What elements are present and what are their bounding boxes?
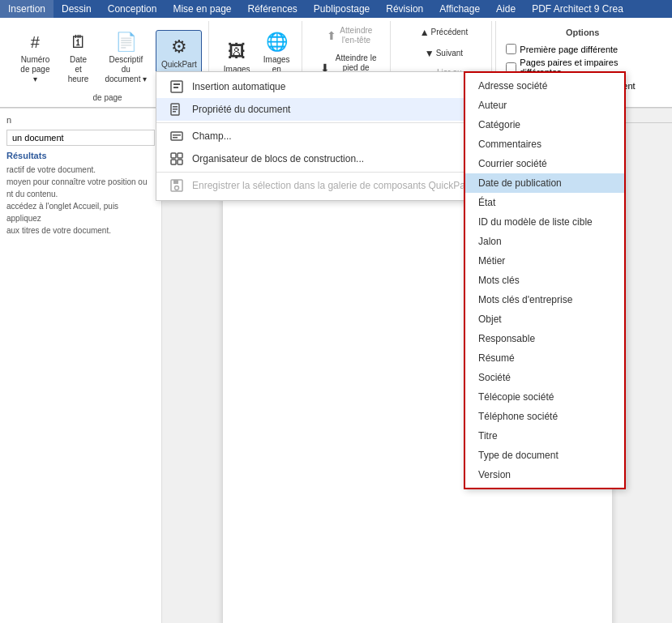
options-title: Options [506, 28, 659, 37]
descriptif-icon: 📄 [113, 29, 139, 55]
svg-rect-7 [171, 132, 182, 140]
precedent-icon: ▲ [418, 26, 431, 39]
svg-rect-5 [173, 109, 178, 110]
svg-rect-9 [173, 137, 178, 139]
ribbon-tabs: Insertion Dessin Conception Mise en page… [0, 0, 672, 18]
premiere-page-checkbox[interactable] [506, 44, 516, 54]
champ-icon [169, 129, 184, 143]
submenu-item-courrier[interactable]: Courrier société [465, 154, 624, 173]
submenu-item-societe[interactable]: Société [465, 368, 624, 387]
submenu-item-version[interactable]: Version [465, 465, 624, 484]
precedent-button[interactable]: ▲ Précédent [413, 23, 473, 42]
nav-text-2: moyen pour connaître votre position ou [6, 176, 155, 188]
descriptif-label: Descriptif dudocument ▾ [104, 55, 148, 84]
svg-rect-8 [173, 134, 181, 136]
date-heure-button[interactable]: 🗓 Date etheure [61, 26, 96, 87]
svg-rect-6 [173, 111, 176, 113]
submenu-item-telephone[interactable]: Téléphone société [465, 407, 624, 426]
descriptif-button[interactable]: 📄 Descriptif dudocument ▾ [99, 26, 152, 87]
menu-item-enregistrer: Enregistrer la sélection dans la galerie… [156, 174, 492, 197]
tab-mise-en-page[interactable]: Mise en page [165, 0, 239, 18]
submenu-item-objet[interactable]: Objet [465, 309, 624, 329]
svg-rect-1 [173, 83, 180, 85]
atteindre-entete-button[interactable]: ⬆ Atteindrel'en-tête [319, 23, 377, 49]
results-label: Résultats [6, 151, 155, 160]
organisateur-left: Organisateur de blocs de construction... [169, 151, 364, 166]
premiere-page-option[interactable]: Première page différente [506, 44, 659, 54]
champ-left: Champ... [169, 129, 232, 143]
organisateur-label: Organisateur de blocs de construction... [192, 153, 364, 164]
images-en-ligne-icon: 🌐 [263, 29, 289, 55]
tab-publipostage[interactable]: Publipostage [306, 0, 378, 18]
submenu-item-type-document[interactable]: Type de document [465, 446, 624, 465]
nav-pane-title: n [6, 115, 155, 125]
svg-rect-13 [178, 160, 182, 164]
menu-item-propriete[interactable]: Propriété du document ▶ [156, 98, 492, 121]
submenu-item-jalon[interactable]: Jalon [465, 232, 624, 251]
propriete-submenu: Adresse société Auteur Catégorie Comment… [464, 71, 626, 489]
svg-rect-4 [173, 106, 178, 108]
champ-label: Champ... [192, 130, 232, 142]
submenu-item-categorie[interactable]: Catégorie [465, 115, 624, 134]
submenu-item-mots-cles-entreprise[interactable]: Mots clés d'entreprise [465, 290, 624, 309]
menu-item-organisateur[interactable]: Organisateur de blocs de construction... [156, 147, 492, 170]
menu-item-insertion-auto[interactable]: Insertion automatique ▶ [156, 75, 492, 98]
precedent-label: Précédent [431, 28, 469, 37]
svg-rect-2 [173, 87, 178, 88]
propriete-left: Propriété du document [169, 102, 290, 117]
svg-rect-10 [171, 153, 176, 158]
premiere-page-label: Première page différente [520, 45, 618, 54]
nav-text-1: ractif de votre document. [6, 164, 155, 176]
menu-item-champ[interactable]: Champ... [156, 125, 492, 147]
tab-revision[interactable]: Révision [378, 0, 431, 18]
propriete-label: Propriété du document [192, 104, 290, 115]
menu-divider-2 [156, 172, 492, 173]
suivant-button[interactable]: ▼ Suivant [418, 44, 468, 63]
svg-rect-15 [173, 180, 178, 184]
tab-references[interactable]: Références [239, 0, 305, 18]
tab-conception[interactable]: Conception [100, 0, 165, 18]
numero-page-label: Numérode page ▾ [18, 55, 53, 84]
suivant-label: Suivant [436, 49, 463, 58]
images-icon: 🖼 [224, 39, 250, 65]
numero-page-button[interactable]: # Numérode page ▾ [13, 26, 58, 87]
enregistrer-label: Enregistrer la sélection dans la galerie… [192, 180, 479, 191]
pages-group-label: de page [93, 93, 122, 102]
precedent-nav-icon: ⬆ [323, 28, 340, 44]
submenu-item-id-modele[interactable]: ID du modèle de liste cible [465, 212, 624, 232]
submenu-item-mots-cles[interactable]: Mots clés [465, 271, 624, 290]
submenu-item-telecopie[interactable]: Télécopie société [465, 387, 624, 407]
svg-rect-11 [178, 153, 182, 158]
insertion-auto-label: Insertion automatique [192, 81, 285, 92]
submenu-item-metier[interactable]: Métier [465, 251, 624, 271]
submenu-item-date-publication[interactable]: Date de publication [465, 173, 624, 193]
submenu-item-etat[interactable]: État [465, 193, 624, 212]
atteindre-entete-label: Atteindrel'en-tête [340, 26, 372, 45]
submenu-item-resume[interactable]: Résumé [465, 348, 624, 368]
submenu-item-auteur[interactable]: Auteur [465, 96, 624, 115]
insertion-auto-icon [169, 79, 184, 94]
submenu-item-adresse[interactable]: Adresse société [465, 76, 624, 96]
tab-affichage[interactable]: Affichage [431, 0, 488, 18]
tab-dessin[interactable]: Dessin [54, 0, 100, 18]
svg-point-16 [175, 186, 179, 190]
numero-page-icon: # [22, 29, 48, 55]
nav-text-5: aux titres de votre document. [6, 224, 155, 237]
quickpart-dropdown: Insertion automatique ▶ Propriété du doc… [156, 71, 493, 201]
tab-pdf[interactable]: PDF Architect 9 Crea [524, 0, 631, 18]
tab-insertion[interactable]: Insertion [0, 0, 54, 18]
left-panel: n Résultats ractif de votre document. mo… [0, 109, 162, 623]
submenu-item-commentaires[interactable]: Commentaires [465, 134, 624, 154]
tab-aide[interactable]: Aide [488, 0, 524, 18]
enregistrer-left: Enregistrer la sélection dans la galerie… [169, 178, 479, 193]
date-heure-label: Date etheure [66, 55, 91, 84]
submenu-item-titre[interactable]: Titre [465, 426, 624, 446]
propriete-icon [169, 102, 184, 117]
svg-rect-12 [171, 160, 176, 164]
search-input[interactable] [6, 130, 155, 146]
submenu-item-responsable[interactable]: Responsable [465, 329, 624, 348]
menu-divider-1 [156, 122, 492, 123]
insertion-auto-left: Insertion automatique [169, 79, 285, 94]
date-heure-icon: 🗓 [66, 29, 92, 55]
quickpart-icon: ⚙ [166, 34, 192, 60]
